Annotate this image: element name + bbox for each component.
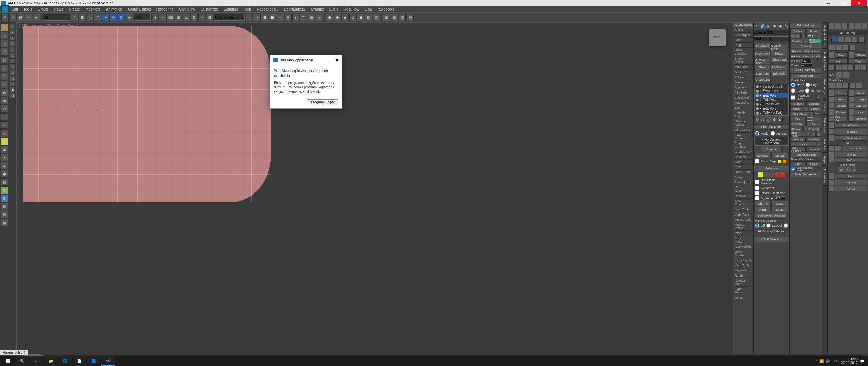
- pin-stack-icon[interactable]: 📌: [754, 117, 760, 122]
- polygon-mode-icon[interactable]: [852, 37, 858, 43]
- tool-icon[interactable]: ◇: [349, 14, 357, 21]
- grid-icon[interactable]: ⊞: [383, 14, 390, 21]
- modifier-button[interactable]: Symmetry: [754, 71, 771, 76]
- repeat-last-button[interactable]: Repeat Last: [790, 73, 821, 78]
- tool-icon[interactable]: △: [10, 64, 15, 69]
- ribbon-vertical-tab[interactable]: Modify Select...: [822, 49, 827, 76]
- slice-button[interactable]: Slice: [790, 117, 806, 121]
- tess-icon[interactable]: [828, 128, 834, 135]
- rappa-item[interactable]: Mirror x y z: [733, 127, 753, 133]
- planar-y-button[interactable]: Y: [811, 132, 816, 137]
- rappa-item[interactable]: Copy / Paste: [733, 236, 753, 244]
- sphere-icon[interactable]: ●: [1, 24, 8, 31]
- edge-mode-icon[interactable]: [838, 37, 844, 43]
- insert-icon[interactable]: [848, 109, 854, 115]
- ignore-bf-check[interactable]: [755, 191, 759, 195]
- make-unique-icon[interactable]: ◫: [766, 117, 771, 122]
- selection-rollout[interactable]: Selection: [754, 166, 789, 171]
- connect-button[interactable]: Connect: [835, 109, 848, 115]
- get-stack-sel-button[interactable]: Get Stack Selection: [756, 213, 787, 219]
- tool-icon[interactable]: ◑: [1, 97, 8, 104]
- sm30-button[interactable]: Sm 30: [835, 186, 867, 191]
- cylinder-icon[interactable]: ▯: [1, 73, 8, 80]
- modifier-stack-item[interactable]: ▸CreaseSet: [755, 102, 788, 106]
- ribbon-vertical-tab[interactable]: Visibility: [822, 136, 827, 153]
- menu-item[interactable]: Lucid: [327, 7, 341, 11]
- tool-icon[interactable]: ▷: [10, 81, 15, 87]
- preview-multi-radio[interactable]: [784, 223, 788, 228]
- smooth-icon[interactable]: [828, 179, 834, 185]
- angle-input[interactable]: [775, 196, 785, 200]
- rappa-item[interactable]: Shrink Select: [733, 56, 753, 65]
- split-check[interactable]: ▫: [810, 111, 814, 116]
- ribbon-icon[interactable]: [829, 45, 835, 51]
- rappa-item[interactable]: Other: [733, 295, 753, 300]
- tool-icon[interactable]: ≈: [1, 121, 8, 129]
- grow-button[interactable]: Grow: [835, 52, 848, 58]
- settings-button[interactable]: Settings: [754, 153, 771, 158]
- uv-icon[interactable]: [836, 72, 842, 78]
- menu-item[interactable]: Rendering: [154, 7, 176, 11]
- redo-icon[interactable]: ↷: [9, 14, 17, 21]
- attach-button[interactable]: Attach: [790, 106, 803, 111]
- msmooth-icon[interactable]: [828, 122, 834, 128]
- relax-button[interactable]: Relax: [790, 142, 816, 147]
- remove-iso-verts-button[interactable]: Remove Isolated Vertices: [790, 49, 821, 54]
- teapot-icon[interactable]: 🫖: [1, 129, 8, 137]
- rappa-item[interactable]: Slide: [733, 160, 753, 165]
- maximize-button[interactable]: ☐: [836, 0, 851, 6]
- tool-icon[interactable]: ▪: [10, 35, 15, 41]
- relax-icon[interactable]: [828, 90, 834, 96]
- create-button[interactable]: Create: [855, 90, 868, 96]
- cut-button[interactable]: Cut: [806, 122, 822, 126]
- named-selection-dropdown[interactable]: [214, 14, 245, 21]
- tool-icon[interactable]: ◐: [10, 87, 15, 93]
- minimize-button[interactable]: —: [821, 0, 836, 6]
- insert-button[interactable]: Insert: [855, 109, 868, 115]
- crease-input[interactable]: [802, 63, 812, 67]
- constraint-icon[interactable]: [843, 83, 849, 89]
- rappa-item[interactable]: Cams Lights: [733, 258, 753, 263]
- create-tab-icon[interactable]: ✦: [754, 22, 760, 29]
- rappa-item[interactable]: Brushes: [733, 155, 753, 160]
- select-icon[interactable]: ▯: [71, 14, 78, 21]
- chrome-icon[interactable]: 🌐: [58, 356, 72, 366]
- tool-icon[interactable]: ✦: [1, 154, 8, 161]
- tessellate-button[interactable]: Tessellate: [835, 129, 867, 134]
- modifier-button[interactable]: TurboSmooth: [771, 57, 787, 62]
- weld-button[interactable]: Weld: [806, 34, 817, 38]
- tool-icon[interactable]: ◐: [1, 89, 8, 96]
- file-explorer-icon[interactable]: 📁: [44, 356, 58, 366]
- constraint-icon[interactable]: [856, 83, 862, 89]
- rappa-item[interactable]: Push: [733, 165, 753, 170]
- rappa-item[interactable]: Select Half: [733, 95, 753, 100]
- select-name-icon[interactable]: ☰: [78, 14, 86, 21]
- rappa-item[interactable]: Isolation Mode: [733, 278, 753, 287]
- rappa-item[interactable]: Auto Smooth: [733, 199, 753, 207]
- menu-item[interactable]: Help: [241, 7, 254, 11]
- rappa-item[interactable]: Objects Actions: [733, 119, 753, 127]
- tool-icon[interactable]: ▦: [1, 178, 8, 186]
- planar-x-button[interactable]: X: [806, 132, 810, 137]
- tool-icon[interactable]: ▨: [406, 14, 414, 21]
- cancel-button[interactable]: Cancel: [771, 153, 788, 158]
- edge-subobj-icon[interactable]: [764, 172, 769, 177]
- app-menu-icon[interactable]: ▾: [1, 5, 9, 13]
- align-icon[interactable]: [828, 152, 834, 162]
- ribbon-icon[interactable]: [854, 65, 860, 71]
- modifier-stack-item[interactable]: ▸Symmetry: [755, 89, 788, 93]
- by-angle-check[interactable]: [755, 196, 759, 200]
- loop-button[interactable]: Loop: [828, 58, 848, 64]
- constraint-none-radio[interactable]: [791, 83, 795, 87]
- chamfer-button[interactable]: Chamfer: [790, 39, 803, 43]
- loop-button[interactable]: Loop: [771, 207, 788, 212]
- menu-item[interactable]: RappaTools3: [254, 7, 281, 11]
- tool-icon[interactable]: ◦: [10, 24, 15, 29]
- planar-z-button[interactable]: Z: [816, 132, 821, 137]
- menu-item[interactable]: Customize: [198, 7, 221, 11]
- menu-item[interactable]: Edit: [9, 7, 21, 11]
- link-icon[interactable]: ⛓: [17, 14, 24, 21]
- ring-button[interactable]: Ring: [848, 58, 868, 64]
- selection-filter-dropdown[interactable]: [43, 14, 70, 21]
- undo-icon[interactable]: ↶: [1, 14, 9, 21]
